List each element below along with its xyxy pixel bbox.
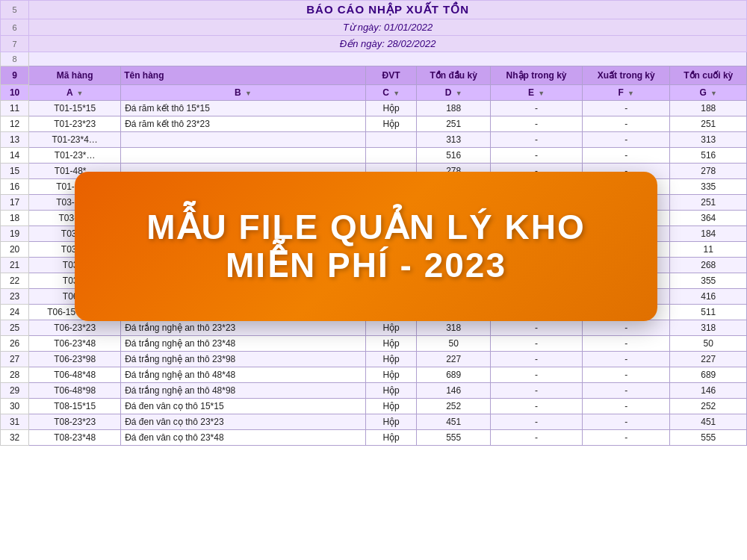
cell-ton-cuoi: 451 bbox=[670, 414, 747, 430]
cell-ten: Đá trắng nghệ an thô 23*23 bbox=[121, 320, 366, 336]
row-num: 15 bbox=[1, 164, 29, 179]
cell-ton-cuoi: 318 bbox=[670, 320, 747, 336]
cell-ton-cuoi: 11 bbox=[670, 242, 747, 258]
cell-ma: T06-48*48 bbox=[29, 367, 121, 383]
cell-ton-cuoi: 251 bbox=[670, 116, 747, 132]
row-num: 20 bbox=[1, 242, 29, 258]
cell-nhap: - bbox=[491, 383, 583, 399]
cell-dvt: Hộp bbox=[365, 336, 416, 352]
cell-nhap: - bbox=[491, 116, 583, 132]
title-row-main: 5 BÁO CÁO NHẬP XUẤT TỒN bbox=[1, 1, 747, 19]
cell-dvt: Hộp bbox=[365, 116, 416, 132]
filter-arrow-c[interactable]: ▼ bbox=[393, 90, 400, 97]
cell-xuat: - bbox=[582, 399, 669, 414]
header-row: 9 Mã hàng Tên hàng ĐVT Tồn đầu kỳ Nhập t… bbox=[1, 66, 747, 85]
cell-dvt: Hộp bbox=[365, 101, 416, 116]
col-header-ten: Tên hàng bbox=[121, 66, 366, 85]
row-num: 23 bbox=[1, 289, 29, 305]
cell-ton-dau: 451 bbox=[417, 414, 491, 430]
cell-ma: T06-23*48 bbox=[29, 336, 121, 352]
sub-header-g[interactable]: G ▼ bbox=[670, 85, 747, 101]
sub-header-d[interactable]: D ▼ bbox=[417, 85, 491, 101]
col-header-nhap: Nhập trong kỳ bbox=[491, 66, 583, 85]
row-num: 32 bbox=[1, 430, 29, 446]
sub-header-a[interactable]: A ▼ bbox=[29, 85, 121, 101]
cell-ton-cuoi: 516 bbox=[670, 148, 747, 164]
cell-xuat: - bbox=[582, 414, 669, 430]
row-num: 11 bbox=[1, 101, 29, 116]
cell-ten: Đá trắng nghệ an thô 23*98 bbox=[121, 352, 366, 367]
cell-ton-cuoi: 555 bbox=[670, 430, 747, 446]
filter-arrow-b[interactable]: ▼ bbox=[245, 90, 252, 97]
cell-ten bbox=[121, 148, 366, 164]
banner-line2: MIỄN PHÍ - 2023 bbox=[226, 246, 506, 284]
cell-ton-cuoi: 50 bbox=[670, 336, 747, 352]
col-header-ton-cuoi: Tồn cuối kỳ bbox=[670, 66, 747, 85]
row-num: 19 bbox=[1, 226, 29, 242]
row-num-6: 6 bbox=[1, 19, 29, 36]
table-row: 25T06-23*23Đá trắng nghệ an thô 23*23Hộp… bbox=[1, 320, 747, 336]
table-row: 13T01-23*4…313--313 bbox=[1, 132, 747, 148]
col-header-dvt: ĐVT bbox=[365, 66, 416, 85]
row-num: 28 bbox=[1, 367, 29, 383]
table-row: 27T06-23*98Đá trắng nghệ an thô 23*98Hộp… bbox=[1, 352, 747, 367]
cell-ton-cuoi: 146 bbox=[670, 383, 747, 399]
cell-ma: T01-23*4… bbox=[29, 132, 121, 148]
cell-xuat: - bbox=[582, 132, 669, 148]
cell-ma: T01-23*23 bbox=[29, 116, 121, 132]
sub-header-b[interactable]: B ▼ bbox=[121, 85, 366, 101]
cell-nhap: - bbox=[491, 399, 583, 414]
cell-nhap: - bbox=[491, 414, 583, 430]
sub-header-c[interactable]: C ▼ bbox=[365, 85, 416, 101]
row-num: 27 bbox=[1, 352, 29, 367]
cell-ten bbox=[121, 132, 366, 148]
cell-nhap: - bbox=[491, 148, 583, 164]
cell-ton-cuoi: 416 bbox=[670, 289, 747, 305]
row-num: 12 bbox=[1, 116, 29, 132]
row-num-7: 7 bbox=[1, 36, 29, 52]
cell-ton-dau: 689 bbox=[417, 367, 491, 383]
row-num-9: 9 bbox=[1, 66, 29, 85]
cell-ten: Đá đen vân cọ thô 23*48 bbox=[121, 430, 366, 446]
cell-ton-dau: 318 bbox=[417, 320, 491, 336]
table-row: 26T06-23*48Đá trắng nghệ an thô 23*48Hộp… bbox=[1, 336, 747, 352]
cell-ten: Đá trắng nghệ an thô 48*98 bbox=[121, 383, 366, 399]
table-row: 29T06-48*98Đá trắng nghệ an thô 48*98Hộp… bbox=[1, 383, 747, 399]
row-num: 24 bbox=[1, 305, 29, 320]
col-header-ton-dau: Tồn đầu kỳ bbox=[417, 66, 491, 85]
cell-dvt bbox=[365, 132, 416, 148]
cell-xuat: - bbox=[582, 148, 669, 164]
cell-ton-dau: 516 bbox=[417, 148, 491, 164]
cell-ma: T01-23*… bbox=[29, 148, 121, 164]
cell-dvt: Hộp bbox=[365, 430, 416, 446]
row-num: 30 bbox=[1, 399, 29, 414]
filter-arrow-e[interactable]: ▼ bbox=[538, 90, 545, 97]
cell-ton-dau: 555 bbox=[417, 430, 491, 446]
sub-header-f[interactable]: F ▼ bbox=[582, 85, 669, 101]
cell-nhap: - bbox=[491, 320, 583, 336]
cell-ton-cuoi: 268 bbox=[670, 258, 747, 273]
cell-ton-cuoi: 252 bbox=[670, 399, 747, 414]
row-num-10: 10 bbox=[1, 85, 29, 101]
cell-ton-cuoi: 364 bbox=[670, 211, 747, 226]
cell-xuat: - bbox=[582, 352, 669, 367]
cell-xuat: - bbox=[582, 101, 669, 116]
cell-xuat: - bbox=[582, 430, 669, 446]
cell-ten: Đá đen vân cọ thô 23*23 bbox=[121, 414, 366, 430]
row-num: 13 bbox=[1, 132, 29, 148]
filter-arrow-f[interactable]: ▼ bbox=[627, 90, 634, 97]
row-num: 21 bbox=[1, 258, 29, 273]
title-row-to: 7 Đến ngày: 28/02/2022 bbox=[1, 36, 747, 52]
cell-ten: Đá trắng nghệ an thô 48*48 bbox=[121, 367, 366, 383]
filter-arrow-a[interactable]: ▼ bbox=[77, 90, 84, 97]
filter-arrow-d[interactable]: ▼ bbox=[456, 90, 462, 97]
cell-nhap: - bbox=[491, 352, 583, 367]
cell-dvt bbox=[365, 148, 416, 164]
cell-dvt: Hộp bbox=[365, 352, 416, 367]
sub-header-e[interactable]: E ▼ bbox=[491, 85, 583, 101]
cell-nhap: - bbox=[491, 336, 583, 352]
filter-arrow-g[interactable]: ▼ bbox=[710, 90, 717, 97]
spreadsheet-container: 5 BÁO CÁO NHẬP XUẤT TỒN 6 Từ ngày: 01/01… bbox=[0, 0, 747, 560]
cell-ten: Đá răm kết thô 15*15 bbox=[121, 101, 366, 116]
overlay-banner: MẪU FILE QUẢN LÝ KHO MIỄN PHÍ - 2023 bbox=[75, 172, 657, 321]
